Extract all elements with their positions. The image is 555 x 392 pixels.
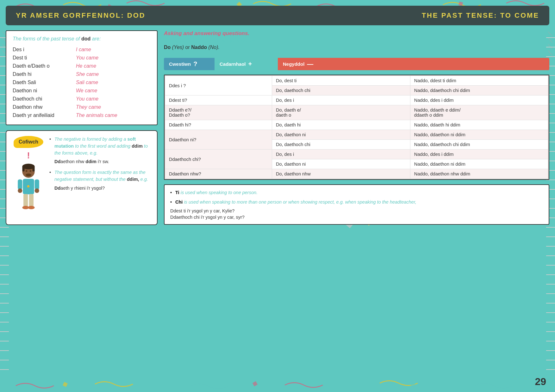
bottom-notes: Ti is used when speaking to one person. …: [164, 184, 549, 225]
qa-table-wrapper: Ddes i ? Do, dest ti Naddo, ddest ti ddi…: [164, 75, 549, 180]
main-content: The forms of the past tense of dod are: …: [6, 30, 549, 391]
person-illustration: 😊: [16, 163, 41, 214]
bottom-example-2: Ddaethoch chi i'r ysgol yn y car, syr?: [170, 215, 543, 220]
qa-header-section: Asking and answering questions. The answ…: [164, 30, 549, 53]
table-row: Ddaethoch chi? Do, des i Naddo, ddes i d…: [165, 150, 548, 159]
qa-subtitle: The answers for all past tense questions…: [164, 38, 549, 43]
conjugation-table: Des i I came Dest ti You came Daeth e/Da…: [13, 46, 151, 119]
header-welsh-title: YR AMSER GORFFENNOL: DOD: [16, 11, 146, 20]
svg-point-12: [35, 188, 39, 193]
header-cwestiwn: Cwestiwn ?: [164, 58, 215, 70]
note-item-1: The negative is formed by adding a soft …: [49, 136, 151, 165]
note-box: Cofiwch !: [6, 130, 158, 225]
conjugation-title: The forms of the past tense of dod are:: [13, 36, 151, 42]
minus-icon: —: [307, 60, 313, 68]
note-example-1: Ddaethon nhw ddim i'r sw.: [54, 158, 151, 165]
bottom-note-chi: Chi is used when speaking to more than o…: [170, 199, 543, 206]
svg-rect-14: [29, 194, 34, 207]
conj-row-2: Dest ti You came: [13, 54, 151, 62]
right-panel: Asking and answering questions. The answ…: [164, 30, 549, 391]
svg-rect-2: [22, 166, 24, 172]
exclamation-mark: !: [27, 150, 30, 161]
conj-row-1: Des i I came: [13, 46, 151, 54]
bottom-example-1: Ddest ti i'r ysgol yn y car, Kylie?: [170, 208, 543, 213]
table-row: Ddes i ? Do, dest ti Naddo, ddest ti ddi…: [165, 76, 548, 86]
table-row: Ddaethon ni? Do, daethon ni Naddo, ddaet…: [165, 130, 548, 140]
note-content: The negative is formed by adding a soft …: [49, 136, 151, 219]
svg-rect-3: [32, 166, 34, 172]
svg-rect-9: [18, 180, 22, 190]
conj-row-7: Daethoch chi You came: [13, 95, 151, 103]
svg-point-6: [26, 174, 31, 176]
question-mark-icon: ?: [193, 60, 197, 68]
plus-icon: +: [248, 60, 252, 68]
conj-row-4: Daeth hi She came: [13, 70, 151, 78]
bottom-note-ti: Ti is used when speaking to one person.: [170, 189, 543, 196]
conjugation-box: The forms of the past tense of dod are: …: [6, 30, 158, 125]
header-bar: YR AMSER GORFFENNOL: DOD THE PAST TENSE:…: [6, 6, 549, 25]
qa-title: Asking and answering questions.: [164, 30, 549, 37]
conj-row-6: Daethon ni We came: [13, 87, 151, 95]
svg-point-4: [26, 170, 27, 172]
qa-table: Ddes i ? Do, dest ti Naddo, ddest ti ddi…: [165, 75, 549, 179]
header-negyddol: Negyddol —: [278, 58, 549, 70]
column-headers: Cwestiwn ? Cadarnhaol + Negyddol —: [164, 58, 549, 70]
svg-rect-10: [35, 180, 39, 190]
note-item-2: The question form is exactly the same as…: [49, 169, 151, 192]
do-naddo-text: Do (Yes) or Naddo (No).: [164, 45, 549, 50]
svg-rect-13: [23, 194, 28, 207]
header-english-title: THE PAST TENSE: TO COME: [422, 11, 539, 20]
conj-row-3: Daeth e/Daeth o He came: [13, 62, 151, 70]
left-panel: The forms of the past tense of dod are: …: [6, 30, 158, 391]
svg-text:😊: 😊: [27, 185, 30, 188]
cofiwch-section: Cofiwch !: [13, 136, 44, 219]
table-row: Ddaeth e?/Ddaeth o? Do, daeth e/daeth o …: [165, 105, 548, 120]
svg-point-5: [30, 170, 31, 172]
header-cadarnhaol: Cadarnhaol +: [215, 58, 278, 70]
note-example-2: Ddaeth y rhieni i'r ysgol?: [54, 185, 151, 192]
conj-row-8: Daethon nhw They came: [13, 103, 151, 111]
table-row: Ddaeth hi? Do, daeth hi Naddo, ddaeth hi…: [165, 120, 548, 130]
svg-point-16: [28, 206, 34, 209]
svg-point-11: [18, 188, 22, 193]
conj-row-9: Daeth yr anifeiliaid The animals came: [13, 111, 151, 119]
conj-row-5: Daeth Sali Sali came: [13, 78, 151, 87]
page-number: 29: [535, 376, 546, 388]
cofiwch-bubble: Cofiwch: [14, 136, 43, 148]
table-row: Ddest ti? Do, des i Naddo, ddes i ddim: [165, 95, 548, 105]
table-row: Ddaethon nhw? Do, daethon nhw Naddo, dda…: [165, 169, 548, 179]
